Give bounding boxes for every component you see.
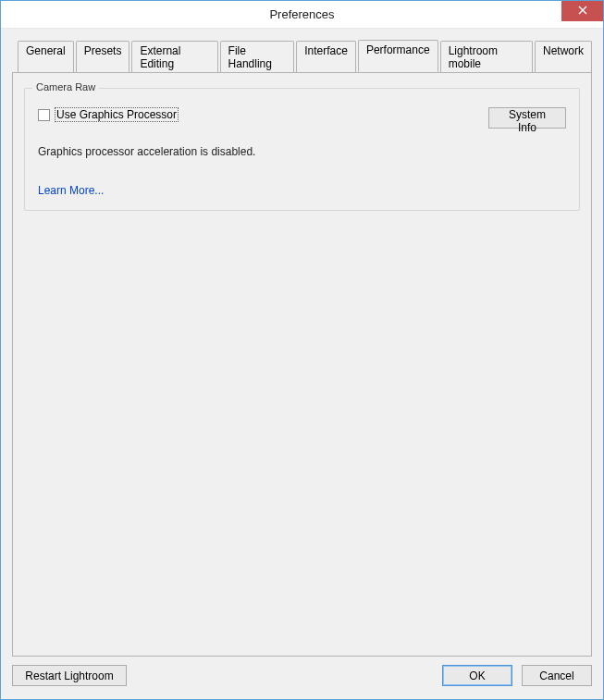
tab-network[interactable]: Network	[535, 41, 592, 73]
ok-button[interactable]: OK	[442, 665, 512, 686]
tab-performance[interactable]: Performance	[358, 40, 438, 72]
dialog-footer: Restart Lightroom OK Cancel	[12, 665, 592, 686]
tab-interface[interactable]: Interface	[296, 41, 356, 73]
tab-external-editing[interactable]: External Editing	[131, 41, 217, 73]
system-info-button[interactable]: System Info	[488, 107, 566, 129]
use-gpu-label[interactable]: Use Graphics Processor	[55, 107, 179, 122]
use-gpu-checkbox[interactable]	[38, 109, 50, 121]
camera-raw-group: Camera Raw Use Graphics Processor System…	[24, 88, 580, 211]
dialog-content: General Presets External Editing File Ha…	[1, 29, 603, 699]
tab-presets[interactable]: Presets	[76, 41, 130, 73]
tab-panel-performance: Camera Raw Use Graphics Processor System…	[12, 72, 592, 657]
gpu-status-text: Graphics processor acceleration is disab…	[38, 145, 566, 158]
close-button[interactable]	[561, 1, 603, 21]
use-gpu-checkbox-wrap[interactable]: Use Graphics Processor	[38, 107, 179, 122]
tab-lightroom-mobile[interactable]: Lightroom mobile	[440, 41, 533, 73]
tab-general[interactable]: General	[18, 41, 74, 73]
gpu-row: Use Graphics Processor System Info	[38, 107, 566, 129]
titlebar: Preferences	[1, 1, 603, 29]
camera-raw-group-title: Camera Raw	[32, 81, 99, 92]
learn-more-link[interactable]: Learn More...	[38, 184, 104, 197]
tab-strip: General Presets External Editing File Ha…	[18, 40, 592, 72]
tab-file-handling[interactable]: File Handling	[220, 41, 295, 73]
cancel-button[interactable]: Cancel	[522, 665, 592, 686]
window-title: Preferences	[1, 7, 603, 21]
close-icon	[578, 5, 587, 18]
footer-right: OK Cancel	[442, 665, 592, 686]
restart-lightroom-button[interactable]: Restart Lightroom	[12, 665, 127, 686]
